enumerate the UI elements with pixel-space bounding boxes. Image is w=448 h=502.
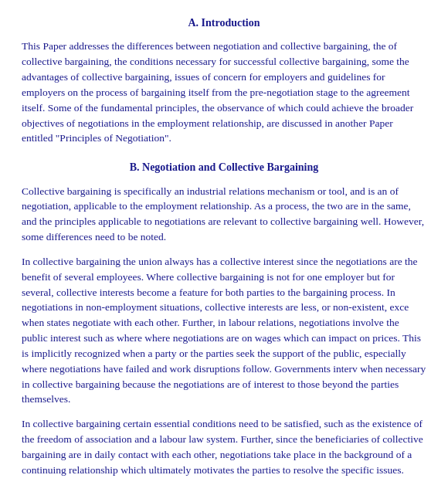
negotiation-paragraph-1: Collective bargaining is specifically an… — [22, 184, 426, 245]
section-a-heading: A. Introduction — [22, 15, 426, 31]
negotiation-paragraph-2: In collective bargaining the union alway… — [22, 254, 426, 407]
page: A. Introduction This Paper addresses the… — [0, 0, 448, 502]
intro-paragraph-1: This Paper addresses the differences bet… — [22, 39, 426, 146]
section-intro: A. Introduction This Paper addresses the… — [22, 15, 426, 146]
negotiation-paragraph-3: In collective bargaining certain essenti… — [22, 416, 426, 477]
section-b-heading: B. Negotiation and Collective Bargaining — [22, 160, 426, 175]
section-negotiation: B. Negotiation and Collective Bargaining… — [22, 160, 426, 477]
